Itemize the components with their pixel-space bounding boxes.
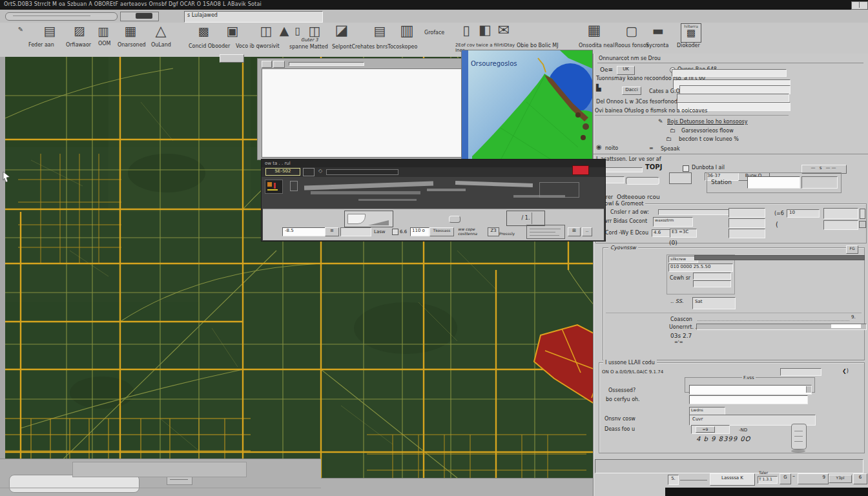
pill-b[interactable] <box>626 177 659 185</box>
secD-code-field[interactable] <box>780 368 822 376</box>
b5-box[interactable]: 5. <box>668 475 679 485</box>
dark-field[interactable] <box>326 169 398 175</box>
toolbar-label-orfia: Orfiawaor <box>66 42 91 48</box>
badge-se502[interactable]: SE-502 <box>265 168 300 176</box>
curve-widget[interactable] <box>344 211 393 227</box>
z3-icon[interactable]: Z3 <box>488 227 499 236</box>
dacci-chip[interactable]: Dacci <box>622 87 641 95</box>
deass-slider[interactable]: =9 <box>691 425 730 434</box>
right-box-2[interactable] <box>823 220 858 230</box>
y3-button[interactable]: Y3pl <box>829 475 852 483</box>
pen-tool-icon[interactable]: ✎ <box>9 26 32 39</box>
mid-box-1[interactable] <box>728 208 765 218</box>
color-icon[interactable] <box>265 180 283 194</box>
cabinet-icon[interactable]: ▦ <box>121 25 140 40</box>
image-icon[interactable]: ▣ <box>223 25 242 40</box>
value-field-2[interactable] <box>340 227 371 236</box>
input-a4[interactable] <box>677 94 789 102</box>
deass-slider-thumb[interactable]: =9 <box>696 426 715 433</box>
ramp-icon[interactable]: ◪ <box>331 23 353 40</box>
value-field-110[interactable]: 110 o <box>410 227 429 236</box>
chk-dunbota[interactable] <box>683 165 689 172</box>
mountain-icon[interactable]: ▲ <box>276 25 292 40</box>
window-controls[interactable] <box>851 1 868 10</box>
clamp-icon[interactable]: ◧ <box>478 23 492 40</box>
center-label: Cewh sr <box>670 275 690 281</box>
quick-combo[interactable]: s Lulajawed <box>184 11 323 23</box>
six-button[interactable]: 6 <box>853 473 867 484</box>
paint-icon[interactable]: ▨ <box>71 25 88 40</box>
fe3-field[interactable]: E3 =3C <box>670 229 697 238</box>
bed-icon[interactable]: ▥ <box>92 25 114 39</box>
input-a1[interactable] <box>672 69 787 77</box>
quick-pill[interactable] <box>5 12 118 21</box>
frame-icon[interactable]: ▢ <box>619 25 645 40</box>
surface-input[interactable] <box>689 395 808 404</box>
center-combo-1[interactable] <box>693 273 731 280</box>
hscroll-thumb[interactable] <box>9 475 140 493</box>
code-field[interactable]: 010 0000 25.5.50 <box>668 264 733 272</box>
dark-small-btn[interactable] <box>303 168 315 176</box>
dark-dialog-header[interactable]: ow ta . . rul <box>262 160 605 167</box>
g-button[interactable]: G <box>780 473 791 484</box>
dark-dialog-canvas[interactable] <box>262 177 605 209</box>
pill-a[interactable] <box>605 176 625 183</box>
right-box-1[interactable] <box>823 208 858 219</box>
grid-small-btn[interactable]: ⊞ <box>568 227 581 236</box>
record-button[interactable] <box>572 165 589 175</box>
fg-button[interactable]: FG <box>846 245 858 254</box>
small-square[interactable] <box>859 221 866 228</box>
vertical-slider[interactable] <box>791 424 807 450</box>
center-combo-2[interactable] <box>693 280 731 287</box>
f46-field[interactable]: 4.6 <box>652 229 670 237</box>
preview-tool-1[interactable] <box>262 61 272 68</box>
v035-label: 03s 2.7 <box>670 333 692 339</box>
input-a3[interactable] <box>679 85 790 94</box>
truck-icon[interactable]: ▬ <box>650 25 666 40</box>
uk-chip[interactable]: UK <box>617 66 635 75</box>
layers-icon[interactable]: ▤ <box>40 25 59 40</box>
spinner[interactable] <box>860 209 865 219</box>
preview-tool-2[interactable] <box>273 61 285 68</box>
changed-dropdown[interactable] <box>806 386 811 393</box>
chk-66[interactable] <box>392 229 398 235</box>
blank-preview-panel[interactable] <box>262 68 468 158</box>
status-chip[interactable] <box>167 476 192 485</box>
press-icon[interactable]: ▦ <box>581 23 607 40</box>
main-toolbar: ✎ ▤ Feder aan ▨ Orfiawaor ▥ OOM ▦ Onarso… <box>0 23 868 57</box>
chk1-label[interactable]: Bojs Detuonse loo ho konsoosy <box>667 119 747 125</box>
a10-label: Speaak <box>661 146 680 152</box>
uon-bar[interactable] <box>696 324 867 330</box>
lass-button[interactable]: Lassssa K <box>710 473 755 486</box>
v10-field[interactable]: 10 <box>787 209 820 218</box>
knob-widget[interactable] <box>449 216 460 223</box>
window2-icon[interactable]: ◫ <box>306 25 323 40</box>
value-field-1[interactable]: -8.5 <box>282 227 326 236</box>
secD-icon[interactable]: ❮) <box>842 368 849 374</box>
panel-icon[interactable]: ▯ <box>460 24 473 41</box>
book2-icon[interactable]: ▥ <box>394 23 420 40</box>
nine-button[interactable]: 9 <box>798 473 829 484</box>
grid-icon[interactable]: ▩ <box>195 26 212 40</box>
onsnv-label: Onsnv cosw <box>604 416 636 422</box>
book-icon[interactable]: ▤ <box>371 25 388 40</box>
map-corner-chip[interactable] <box>220 54 244 63</box>
mid-box-3[interactable] <box>728 229 765 238</box>
keypad-icon[interactable]: hilterra ▩ <box>681 23 701 43</box>
dots-btn[interactable]: .. <box>582 227 592 236</box>
wax-combo[interactable]: waxoztrm <box>653 217 693 227</box>
terrain-preview[interactable]: Orsouregoslos <box>461 50 593 161</box>
window-icon[interactable]: ◫ <box>257 25 275 40</box>
stack-icon[interactable] <box>669 172 692 184</box>
changed-input[interactable] <box>689 385 812 395</box>
envelope-icon[interactable]: ✉ <box>494 23 513 40</box>
b-line-field[interactable] <box>603 167 643 172</box>
station-input[interactable] <box>747 176 800 189</box>
preview-slider[interactable] <box>289 62 364 66</box>
pyramid-icon[interactable]: △ <box>150 24 171 41</box>
tk-button[interactable]: Tkossass <box>429 227 454 236</box>
taler-field[interactable]: T 1.3.1 <box>758 476 778 484</box>
sat-field[interactable]: Sat <box>692 297 736 309</box>
menu-btn[interactable]: ≡ <box>325 227 339 236</box>
mid-box-2[interactable] <box>728 218 765 228</box>
